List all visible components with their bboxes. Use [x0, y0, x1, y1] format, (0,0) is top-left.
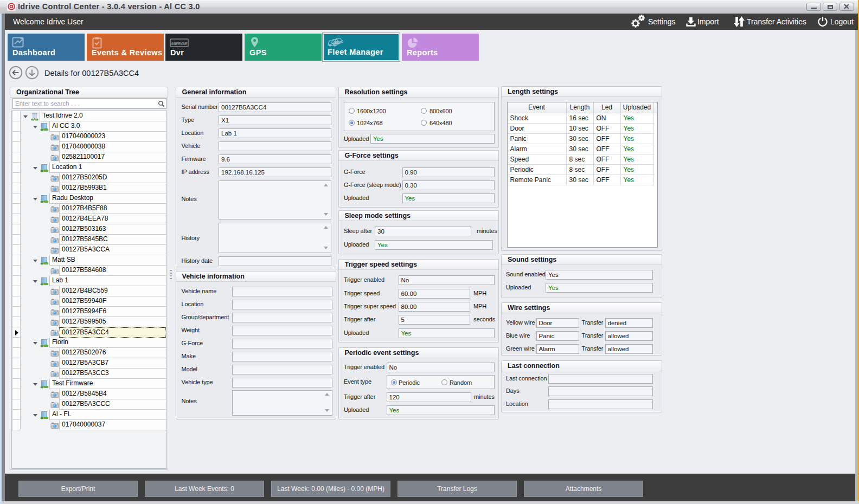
svg-text:MERGE: MERGE: [171, 41, 188, 46]
